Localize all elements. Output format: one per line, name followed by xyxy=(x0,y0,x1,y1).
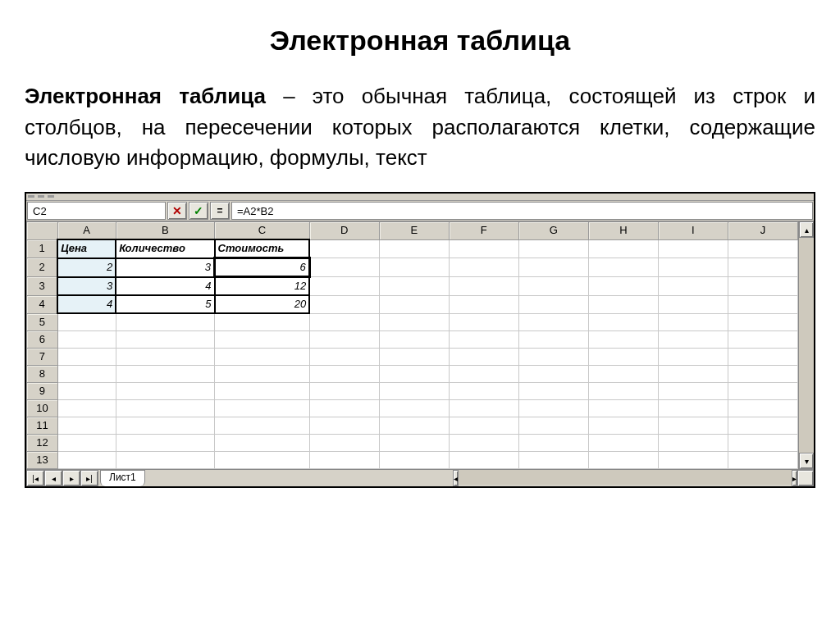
row-header[interactable]: 4 xyxy=(27,295,58,313)
cell[interactable] xyxy=(309,366,379,383)
cell[interactable] xyxy=(728,383,797,400)
col-header[interactable]: B xyxy=(116,222,214,240)
col-header[interactable]: A xyxy=(57,222,116,240)
cell[interactable] xyxy=(449,239,518,258)
col-header[interactable]: D xyxy=(309,222,379,240)
cell[interactable] xyxy=(116,383,214,400)
cell[interactable] xyxy=(116,349,214,366)
row-header[interactable]: 12 xyxy=(27,435,58,452)
cell[interactable] xyxy=(728,295,797,313)
cell[interactable] xyxy=(658,417,728,435)
cell[interactable] xyxy=(57,366,116,383)
cell[interactable] xyxy=(379,349,449,366)
tab-first-icon[interactable]: |◂ xyxy=(26,470,44,486)
cell[interactable] xyxy=(215,435,310,452)
scroll-up-icon[interactable]: ▴ xyxy=(799,221,814,238)
cell[interactable] xyxy=(518,239,588,258)
cell[interactable] xyxy=(116,417,214,435)
col-header[interactable]: E xyxy=(379,222,449,240)
cell[interactable] xyxy=(309,417,379,435)
resize-corner[interactable] xyxy=(797,470,814,486)
cell[interactable]: 5 xyxy=(116,295,214,313)
scroll-track[interactable] xyxy=(459,470,792,485)
cell[interactable] xyxy=(658,400,728,417)
cell[interactable]: 4 xyxy=(116,277,214,296)
cell[interactable] xyxy=(728,435,797,452)
cell[interactable] xyxy=(449,383,518,400)
row-header[interactable]: 13 xyxy=(27,452,58,469)
cell[interactable] xyxy=(728,239,797,258)
cell[interactable] xyxy=(658,383,728,400)
cell[interactable] xyxy=(449,452,518,469)
spreadsheet-grid[interactable]: A B C D E F G H I J 1 Цена Количес xyxy=(26,221,798,469)
cell[interactable] xyxy=(379,258,449,277)
cell[interactable] xyxy=(449,258,518,277)
cell[interactable] xyxy=(518,452,588,469)
horizontal-scrollbar[interactable]: ◂ ▸ xyxy=(453,470,797,486)
cell[interactable] xyxy=(309,400,379,417)
row-header[interactable]: 2 xyxy=(27,258,58,277)
tab-prev-icon[interactable]: ◂ xyxy=(44,470,62,486)
tab-last-icon[interactable]: ▸| xyxy=(80,470,98,486)
row-header[interactable]: 1 xyxy=(27,239,58,258)
cell[interactable] xyxy=(588,239,658,258)
cell[interactable] xyxy=(57,331,116,349)
cell[interactable] xyxy=(57,349,116,366)
cell[interactable] xyxy=(215,417,310,435)
cell[interactable]: 20 xyxy=(215,295,310,313)
cell[interactable] xyxy=(588,400,658,417)
cell[interactable] xyxy=(728,400,797,417)
cell[interactable] xyxy=(588,435,658,452)
cell[interactable] xyxy=(57,452,116,469)
cell[interactable]: 3 xyxy=(116,258,214,277)
cell[interactable] xyxy=(379,383,449,400)
cell[interactable] xyxy=(588,277,658,296)
select-all-corner[interactable] xyxy=(27,222,58,240)
cell[interactable] xyxy=(379,366,449,383)
cell[interactable] xyxy=(518,258,588,277)
name-box[interactable]: C2 xyxy=(27,202,166,220)
cell[interactable] xyxy=(658,331,728,349)
cell[interactable] xyxy=(379,313,449,331)
cell[interactable] xyxy=(449,295,518,313)
cell[interactable]: Цена xyxy=(57,239,116,258)
sheet-tab[interactable]: Лист1 xyxy=(100,470,145,486)
cell[interactable] xyxy=(518,277,588,296)
cell[interactable] xyxy=(57,417,116,435)
cell[interactable] xyxy=(215,366,310,383)
row-header[interactable]: 8 xyxy=(27,366,58,383)
cell[interactable] xyxy=(309,452,379,469)
cell[interactable] xyxy=(309,258,379,277)
cell[interactable] xyxy=(449,417,518,435)
cell[interactable] xyxy=(116,435,214,452)
cell[interactable] xyxy=(309,383,379,400)
formula-input[interactable]: =A2*B2 xyxy=(231,202,813,220)
cell[interactable] xyxy=(658,349,728,366)
equals-icon[interactable]: = xyxy=(210,202,230,220)
cell[interactable] xyxy=(215,331,310,349)
cell[interactable] xyxy=(518,417,588,435)
cell[interactable] xyxy=(116,366,214,383)
cell[interactable] xyxy=(379,295,449,313)
cell[interactable] xyxy=(588,313,658,331)
row-header[interactable]: 10 xyxy=(27,400,58,417)
cell[interactable] xyxy=(449,400,518,417)
cell[interactable] xyxy=(658,366,728,383)
cell[interactable] xyxy=(309,331,379,349)
cell[interactable] xyxy=(588,349,658,366)
cell[interactable] xyxy=(116,452,214,469)
cell[interactable] xyxy=(658,277,728,296)
cell[interactable] xyxy=(518,349,588,366)
cell[interactable] xyxy=(449,277,518,296)
vertical-scrollbar[interactable]: ▴ ▾ xyxy=(798,221,814,469)
col-header[interactable]: F xyxy=(449,222,518,240)
col-header[interactable]: H xyxy=(588,222,658,240)
cell[interactable]: Стоимость xyxy=(215,239,310,258)
cell[interactable] xyxy=(379,417,449,435)
col-header[interactable]: G xyxy=(518,222,588,240)
cell[interactable] xyxy=(449,313,518,331)
cell[interactable] xyxy=(309,435,379,452)
row-header[interactable]: 11 xyxy=(27,417,58,435)
cell[interactable]: 4 xyxy=(57,295,116,313)
cell[interactable] xyxy=(588,331,658,349)
